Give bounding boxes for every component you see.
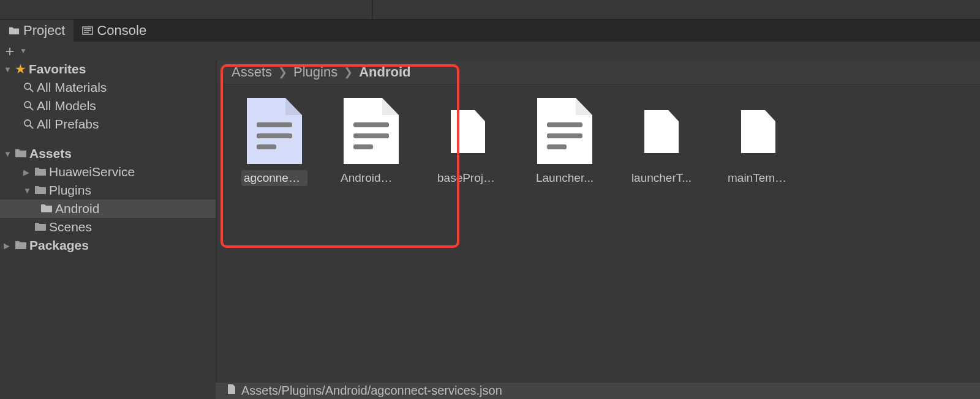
tab-project[interactable]: Project bbox=[0, 20, 74, 42]
project-body: ▼ ★ Favorites All Materials All Models A… bbox=[0, 60, 980, 382]
asset-item[interactable]: Launcher... bbox=[532, 98, 598, 186]
tree-fav-item[interactable]: All Prefabs bbox=[0, 115, 216, 133]
svg-point-3 bbox=[24, 120, 31, 126]
chevron-right-icon: ❯ bbox=[278, 65, 287, 79]
tree-label: Android bbox=[55, 201, 99, 216]
panel-divider[interactable] bbox=[372, 0, 373, 20]
folder-icon bbox=[15, 146, 27, 161]
tree-folder-huawei[interactable]: ▶ HuaweiService bbox=[0, 163, 216, 181]
svg-point-1 bbox=[24, 83, 31, 89]
tree-label: All Models bbox=[37, 99, 96, 113]
file-icon bbox=[440, 98, 496, 164]
svg-point-2 bbox=[24, 102, 31, 108]
asset-label: AndroidMa... bbox=[338, 170, 404, 186]
folder-icon bbox=[34, 220, 47, 234]
project-toolbar: ＋ ▼ bbox=[0, 42, 980, 60]
file-grid[interactable]: agconnect...AndroidMa...baseProjec...Lau… bbox=[217, 84, 980, 382]
status-path: Assets/Plugins/Android/agconnect-service… bbox=[241, 384, 502, 398]
spacer bbox=[0, 133, 216, 144]
tree-assets[interactable]: ▼ Assets bbox=[0, 144, 216, 163]
asset-item[interactable]: agconnect... bbox=[241, 98, 307, 186]
file-icon bbox=[634, 98, 689, 164]
tab-console[interactable]: Console bbox=[74, 20, 155, 42]
asset-label: mainTempl... bbox=[725, 170, 791, 186]
tree-label: All Materials bbox=[37, 80, 107, 95]
search-icon bbox=[23, 100, 34, 111]
top-strip bbox=[0, 0, 980, 20]
folder-icon bbox=[40, 201, 53, 216]
tree-label: Packages bbox=[29, 238, 89, 253]
tree-packages[interactable]: ▶ Packages bbox=[0, 236, 216, 255]
breadcrumb-item[interactable]: Plugins bbox=[293, 64, 337, 80]
asset-label: launcherT... bbox=[628, 170, 695, 186]
tab-label: Project bbox=[23, 23, 65, 39]
tree-fav-item[interactable]: All Models bbox=[0, 97, 216, 115]
file-icon bbox=[344, 98, 399, 164]
tree-label: Assets bbox=[29, 146, 72, 161]
folder-icon bbox=[34, 183, 47, 198]
breadcrumb-item[interactable]: Android bbox=[359, 64, 410, 80]
folder-icon bbox=[15, 238, 27, 253]
folder-icon bbox=[9, 25, 20, 36]
asset-label: Launcher... bbox=[532, 170, 598, 186]
tree-folder-android[interactable]: Android bbox=[0, 200, 216, 218]
plus-icon: ＋ bbox=[2, 41, 17, 61]
project-main: Assets ❯ Plugins ❯ Android agconnect...A… bbox=[216, 60, 980, 382]
search-icon bbox=[23, 119, 34, 130]
asset-label: agconnect... bbox=[241, 170, 307, 186]
tree-folder-plugins[interactable]: ▼ Plugins bbox=[0, 181, 216, 200]
asset-item[interactable]: mainTempl... bbox=[725, 98, 791, 186]
tree-label: Scenes bbox=[49, 220, 92, 234]
file-icon bbox=[537, 98, 592, 164]
tab-label: Console bbox=[97, 23, 146, 39]
disclosure-down-icon: ▼ bbox=[4, 65, 12, 74]
tree-label: Favorites bbox=[29, 62, 86, 76]
dropdown-caret-icon: ▼ bbox=[20, 47, 27, 55]
asset-item[interactable]: launcherT... bbox=[628, 98, 695, 186]
panel-tabs: Project Console bbox=[0, 20, 980, 42]
tree-folder-scenes[interactable]: Scenes bbox=[0, 218, 216, 236]
tree-favorites[interactable]: ▼ ★ Favorites bbox=[0, 60, 216, 78]
status-bar: Assets/Plugins/Android/agconnect-service… bbox=[216, 382, 980, 399]
search-icon bbox=[23, 82, 34, 93]
asset-item[interactable]: AndroidMa... bbox=[338, 98, 404, 186]
disclosure-down-icon: ▼ bbox=[23, 186, 32, 195]
tree-label: Plugins bbox=[49, 183, 91, 198]
console-icon bbox=[82, 25, 93, 36]
disclosure-right-icon: ▶ bbox=[4, 241, 12, 250]
asset-item[interactable]: baseProjec... bbox=[435, 98, 501, 186]
star-icon: ★ bbox=[15, 62, 26, 76]
chevron-right-icon: ❯ bbox=[344, 65, 353, 79]
tree-label: HuaweiService bbox=[49, 165, 135, 179]
disclosure-right-icon: ▶ bbox=[23, 168, 32, 177]
file-icon bbox=[227, 384, 236, 398]
tree-label: All Prefabs bbox=[37, 117, 99, 132]
tree-fav-item[interactable]: All Materials bbox=[0, 78, 216, 97]
file-icon bbox=[731, 98, 786, 164]
breadcrumb: Assets ❯ Plugins ❯ Android bbox=[217, 60, 980, 84]
project-sidebar: ▼ ★ Favorites All Materials All Models A… bbox=[0, 60, 216, 382]
file-icon bbox=[247, 98, 302, 164]
asset-label: baseProjec... bbox=[435, 170, 501, 186]
add-button[interactable]: ＋ ▼ bbox=[2, 41, 27, 61]
disclosure-down-icon: ▼ bbox=[4, 149, 12, 158]
breadcrumb-item[interactable]: Assets bbox=[232, 64, 272, 80]
folder-icon bbox=[34, 165, 47, 179]
